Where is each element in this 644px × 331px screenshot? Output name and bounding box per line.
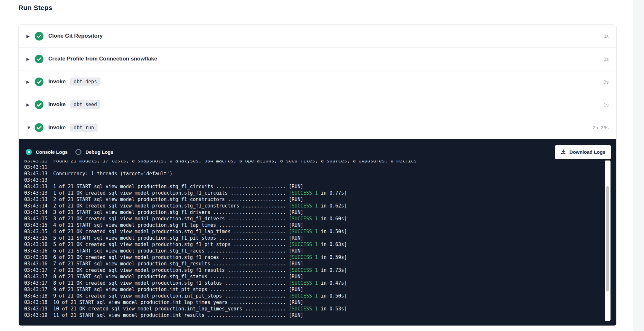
download-logs-button[interactable]: Download Logs [555, 145, 611, 159]
log-line: 03:43:17 7 of 21 OK created sql view mod… [24, 267, 616, 273]
console-logs-label: Console Logs [36, 149, 68, 155]
step-row[interactable]: Create Profile from Connection snowflake… [19, 48, 616, 70]
chevron-icon[interactable] [26, 57, 35, 61]
log-panel: Console Logs Debug Logs Download Logs 03… [19, 139, 616, 326]
log-line: 03:43:18 10 of 21 START sql view model p… [24, 299, 616, 306]
step-duration: 1s [603, 102, 609, 107]
step-label: Create Profile from Connection snowflake [48, 56, 157, 62]
log-line: 03:43:17 8 of 21 START sql view model pr… [24, 273, 616, 280]
log-line: 03:43:16 7 of 21 START sql view model pr… [24, 261, 616, 267]
step-label: Invoke [48, 101, 66, 108]
console-log-output: 03:43:11 Found 21 models, 17 tests, 0 sn… [19, 161, 616, 326]
step-row[interactable]: Invoke dbt deps 0s [19, 70, 616, 93]
log-scrollbar-track[interactable] [605, 161, 611, 321]
log-line: 03:43:11 [24, 164, 616, 170]
log-line: 03:43:19 11 of 21 START sql view model p… [24, 312, 616, 318]
log-line: 03:43:13 1 of 21 OK created sql view mod… [24, 190, 616, 196]
console-logs-radio-option[interactable]: Console Logs [26, 149, 68, 155]
log-line: 03:43:19 10 of 21 OK created sql view mo… [24, 306, 616, 312]
step-label: Invoke [48, 78, 66, 85]
chevron-icon[interactable] [26, 125, 35, 130]
page-right-gutter [633, 0, 644, 331]
step-duration: 0s [603, 56, 609, 62]
step-command-badge: dbt deps [70, 78, 100, 86]
step-label: Clone Git Repository [48, 33, 103, 39]
radio-unselected-icon[interactable] [75, 149, 81, 155]
run-steps-card: Clone Git Repository 0s Create Profile f… [18, 24, 617, 326]
log-line: 03:43:15 5 of 21 START sql view model pr… [24, 235, 616, 241]
success-check-icon [35, 123, 43, 132]
log-line: 03:43:14 3 of 21 START sql view model pr… [24, 209, 616, 216]
step-row[interactable]: Clone Git Repository 0s [19, 25, 616, 48]
run-steps-list: Clone Git Repository 0s Create Profile f… [19, 25, 616, 139]
log-line: 03:43:14 2 of 21 OK created sql view mod… [24, 203, 616, 209]
log-line: 03:43:16 6 of 21 START sql view model pr… [24, 248, 616, 254]
download-logs-label: Download Logs [569, 149, 605, 155]
step-command-badge: dbt run [70, 124, 98, 132]
log-line: 03:43:13 1 of 21 START sql view model pr… [24, 183, 616, 190]
log-line: 03:43:18 9 of 21 OK created sql view mod… [24, 293, 616, 299]
log-line: 03:43:16 6 of 21 OK created sql view mod… [24, 254, 616, 261]
log-line: 03:43:15 4 of 21 START sql view model pr… [24, 222, 616, 228]
log-line: 03:43:16 5 of 21 OK created sql view mod… [24, 241, 616, 248]
step-duration: 0s [603, 79, 609, 85]
chevron-icon[interactable] [26, 79, 35, 84]
step-row[interactable]: Invoke dbt seed 1s [19, 93, 616, 116]
step-command-badge: dbt seed [70, 100, 100, 109]
chevron-icon[interactable] [26, 34, 35, 39]
step-duration: 0s [603, 33, 609, 39]
log-line: 03:43:15 3 of 21 OK created sql view mod… [24, 216, 616, 222]
success-check-icon [35, 32, 43, 41]
success-check-icon [35, 55, 43, 63]
step-label: Invoke [48, 124, 66, 131]
radio-selected-icon[interactable] [26, 149, 32, 155]
success-check-icon [35, 78, 43, 86]
log-line: 03:43:13 2 of 21 START sql view model pr… [24, 196, 616, 203]
page-title: Run Steps [18, 4, 52, 12]
log-line: 03:43:13 [24, 177, 616, 183]
log-line: 03:43:11 Found 21 models, 17 tests, 0 sn… [24, 161, 616, 164]
log-line: 03:43:17 8 of 21 OK created sql view mod… [24, 280, 616, 286]
log-line: 03:43:15 4 of 21 OK created sql view mod… [24, 228, 616, 235]
step-row[interactable]: Invoke dbt run 2m 26s [19, 116, 616, 139]
debug-logs-radio-option[interactable]: Debug Logs [75, 149, 113, 155]
log-toolbar: Console Logs Debug Logs Download Logs [19, 139, 616, 161]
debug-logs-label: Debug Logs [85, 149, 113, 155]
chevron-icon[interactable] [26, 102, 35, 107]
log-line: 03:43:17 9 of 21 START sql view model pr… [24, 286, 616, 293]
log-line: 03:43:13 Concurrency: 1 threads (target=… [24, 170, 616, 177]
download-icon [561, 149, 566, 155]
step-duration: 2m 26s [593, 125, 609, 130]
log-scrollbar-thumb[interactable] [606, 186, 609, 291]
success-check-icon [35, 100, 43, 109]
